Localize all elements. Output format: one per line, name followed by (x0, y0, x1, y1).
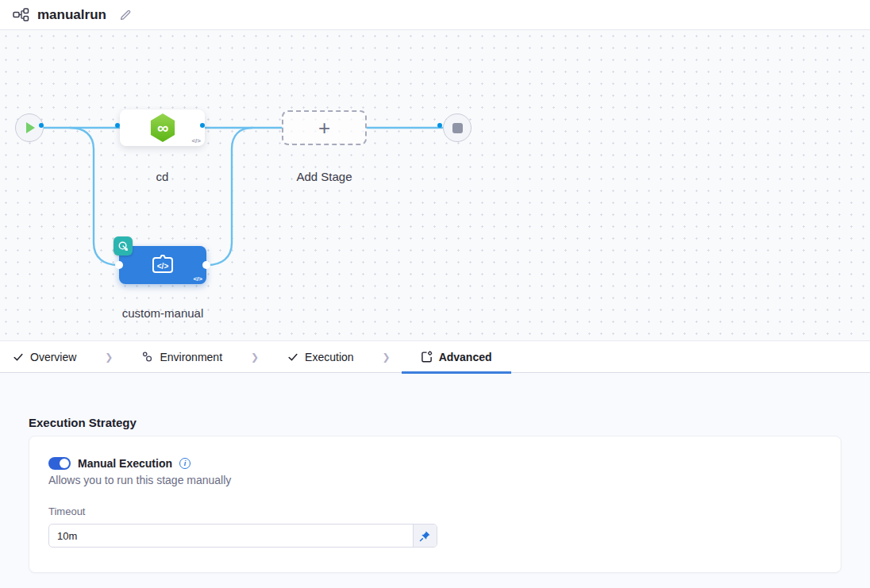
svg-text:∞: ∞ (156, 119, 167, 136)
play-icon (26, 122, 35, 133)
tab-advanced[interactable]: Advanced (402, 341, 511, 373)
timeout-input[interactable] (49, 525, 413, 547)
pin-icon (419, 530, 431, 542)
manual-execution-description: Allows you to run this stage manually (48, 474, 822, 486)
end-node (443, 113, 472, 142)
pencil-icon (119, 9, 132, 21)
port-cd-out[interactable] (200, 123, 205, 128)
code-glyph: </> (191, 137, 201, 144)
check-icon (287, 352, 298, 363)
port-cd-in[interactable] (115, 123, 120, 128)
start-node (15, 113, 44, 142)
chevron-right-icon: ❯ (251, 352, 259, 363)
add-stage-button[interactable]: + (282, 110, 367, 145)
chevron-right-icon: ❯ (105, 352, 113, 363)
pipeline-header: manualrun (0, 0, 870, 30)
stage-tabbar: Overview ❯ Environment ❯ Execution ❯ Adv… (0, 341, 870, 373)
tab-environment[interactable]: Environment (124, 341, 240, 373)
execution-strategy-card: Manual Execution i Allows you to run thi… (29, 436, 841, 573)
page-title: manualrun (37, 7, 106, 23)
stage-node-custom-manual[interactable]: </> </> (119, 246, 206, 284)
add-stage-label: Add Stage (282, 170, 367, 183)
section-heading: Execution Strategy (29, 373, 841, 429)
cd-hexagon-icon: ∞ (149, 113, 176, 143)
port-end-in[interactable] (437, 123, 442, 128)
edit-title-button[interactable] (119, 9, 132, 21)
pin-button[interactable] (413, 525, 437, 547)
info-icon[interactable]: i (179, 458, 191, 469)
check-icon (13, 352, 24, 363)
advanced-icon (421, 351, 433, 363)
port-custom-out[interactable] (202, 261, 210, 269)
stage-label-custom-manual: custom-manual (103, 306, 222, 320)
plus-icon: + (318, 117, 330, 138)
pipeline-wires (0, 30, 870, 341)
stage-node-cd[interactable]: ∞ </> (120, 110, 205, 146)
tab-overview[interactable]: Overview (13, 341, 94, 373)
chevron-right-icon: ❯ (383, 352, 391, 363)
click-circle-icon (117, 240, 129, 252)
port-start-out[interactable] (39, 123, 44, 128)
toggle-knob (60, 459, 69, 468)
stop-icon (452, 123, 463, 133)
timeout-field (48, 524, 437, 548)
environment-icon (141, 351, 153, 363)
manual-execution-toggle[interactable] (48, 457, 71, 470)
stage-label-cd: cd (120, 170, 205, 183)
svg-text:</>: </> (157, 262, 169, 271)
pipeline-icon (13, 8, 29, 21)
timeout-label: Timeout (48, 505, 822, 517)
code-glyph: </> (193, 275, 202, 282)
custom-stage-icon: </> (148, 253, 177, 277)
port-custom-in[interactable] (115, 261, 123, 269)
pipeline-canvas[interactable]: ∞ </> + </> </> cd Add St (0, 30, 870, 341)
manual-execution-label: Manual Execution (78, 457, 172, 470)
manual-intervention-badge (114, 236, 133, 256)
tab-execution[interactable]: Execution (270, 341, 371, 373)
advanced-panel: Execution Strategy Manual Execution i Al… (0, 373, 870, 588)
